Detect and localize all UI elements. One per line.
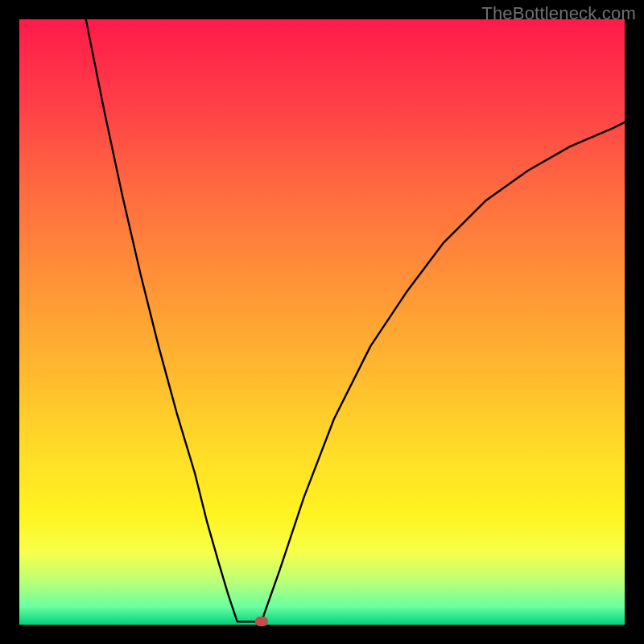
- optimal-point-marker: [255, 617, 268, 626]
- chart-plot-area: [19, 19, 625, 625]
- curve-path: [86, 19, 625, 621]
- bottleneck-curve: [19, 19, 625, 625]
